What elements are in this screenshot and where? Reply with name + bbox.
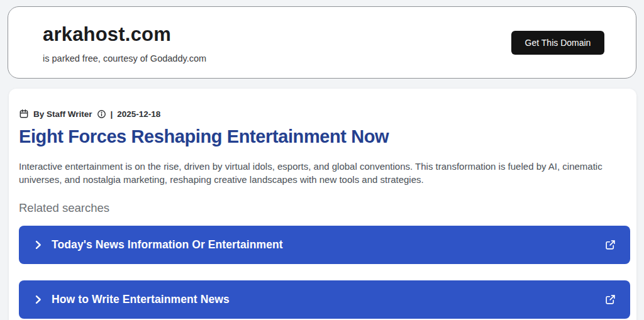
related-searches-label: Related searches [19,201,628,215]
domain-name: arkahost.com [43,23,206,46]
article-card: By Staff Writer | 2025-12-18 Eight Force… [9,89,636,320]
related-link-label: Today's News Information Or Entertainmen… [52,238,283,251]
byline: By Staff Writer | 2025-12-18 [19,109,628,119]
byline-separator: | [111,109,113,119]
related-link-1[interactable]: Today's News Information Or Entertainmen… [19,226,630,264]
info-icon [97,109,106,119]
article-title: Eight Forces Reshaping Entertainment Now [19,126,628,147]
external-link-icon [604,294,616,306]
article-description: Interactive entertainment is on the rise… [19,160,620,186]
chevron-right-icon [33,294,43,306]
byline-author: By Staff Writer [33,109,92,119]
byline-date: 2025-12-18 [117,109,160,119]
related-link-label: How to Write Entertainment News [52,293,230,306]
parked-tagline: is parked free, courtesy of Godaddy.com [43,53,206,63]
get-this-domain-button[interactable]: Get This Domain [511,31,604,55]
domain-header-card: arkahost.com is parked free, courtesy of… [8,6,636,79]
domain-header-text: arkahost.com is parked free, courtesy of… [43,22,206,63]
calendar-icon [19,109,29,119]
related-link-2[interactable]: How to Write Entertainment News [19,280,630,319]
chevron-right-icon [33,239,43,251]
external-link-icon [604,239,616,251]
